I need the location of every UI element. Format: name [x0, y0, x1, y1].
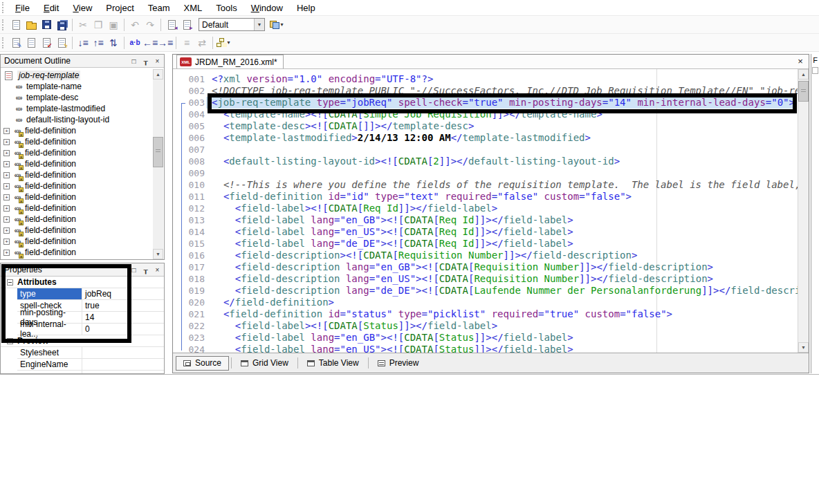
expander-plus-icon[interactable]: + [3, 239, 10, 245]
outline-item-field-definition[interactable]: +«»afield-definition [3, 147, 76, 158]
code-text[interactable]: <field-label lang="en_GB"><![CDATA[Req I… [205, 214, 573, 225]
outline-item-field-definition[interactable]: +«»afield-definition [3, 180, 76, 192]
outline-item-field-definition[interactable]: +«»afield-definition [3, 247, 76, 258]
section-header-preview[interactable]: Preview [1, 335, 164, 346]
previous-editor-icon[interactable]: ◂ [164, 18, 179, 32]
outline-item-field-definition[interactable]: +«»afield-definition [3, 236, 76, 247]
property-value[interactable] [82, 347, 164, 358]
property-value[interactable]: 14 [82, 312, 164, 323]
code-text[interactable]: <?xml version="1.0" encoding="UTF-8"?> [205, 73, 433, 84]
outline-scrollbar[interactable]: ▲ ▼ [153, 69, 163, 259]
property-row-min-internal-lea[interactable]: min-internal-lea...0 [17, 324, 164, 335]
scroll-up-icon[interactable]: ▲ [798, 69, 809, 80]
outline-item-default-listing-layout-id[interactable]: «»default-listing-layout-id [13, 114, 109, 125]
code-line-015[interactable]: 015 <field-label lang="de_DE"><![CDATA[R… [173, 238, 798, 250]
code-line-006[interactable]: 006 <template-lastmodified>2/14/13 12:00… [173, 132, 798, 144]
shift-left-icon[interactable]: ←≡ [142, 36, 158, 50]
editor-tab[interactable]: XML JRDM_RM_2016.xml* [176, 55, 284, 68]
code-text[interactable]: <field-label lang="de_DE"><![CDATA[Req I… [205, 238, 573, 249]
new-xml-wizard-icon[interactable]: ▾ [216, 36, 231, 50]
close-icon[interactable]: × [795, 56, 806, 66]
menu-tools[interactable]: Tools [209, 1, 243, 15]
document-outline-titlebar[interactable]: Document Outline □ ┰ × [1, 55, 164, 68]
collapse-icon[interactable] [7, 279, 13, 286]
property-name[interactable]: EngineName [17, 359, 82, 370]
next-editor-icon[interactable]: ▸ [179, 18, 194, 32]
outline-item-field-definition[interactable]: +«»afield-definition [3, 203, 76, 214]
code-text[interactable]: <field-label><![CDATA[Status]]></field-l… [205, 320, 497, 331]
code-text[interactable]: <field-label lang="en_US"><![CDATA[Statu… [205, 344, 573, 353]
outline-item-field-definition[interactable]: +«»afield-definition [3, 225, 76, 236]
new-document-icon[interactable] [8, 18, 24, 32]
property-row-stylesheet[interactable]: Stylesheet [17, 347, 164, 359]
expander-plus-icon[interactable]: + [3, 205, 10, 212]
code-text[interactable]: <field-description><![CDATA[Requisition … [205, 250, 637, 261]
expander-plus-icon[interactable]: + [3, 250, 10, 256]
cut-icon[interactable]: ✂ [75, 18, 91, 32]
outline-item-template-lastmodified[interactable]: «»template-lastmodified [13, 103, 105, 114]
property-value[interactable]: jobReq [82, 288, 164, 299]
code-line-024[interactable]: 024 <field-label lang="en_US"><![CDATA[S… [173, 344, 798, 353]
expander-plus-icon[interactable]: + [3, 161, 10, 167]
code-line-013[interactable]: 013 <field-label lang="en_GB"><![CDATA[R… [173, 214, 798, 226]
code-text[interactable]: <field-definition id="id" type="text" re… [205, 191, 632, 202]
outline-item-field-definition[interactable]: +«»afield-definition [3, 192, 76, 203]
redo-icon[interactable]: ↷ [142, 18, 158, 32]
section-header-attributes[interactable]: Attributes [1, 277, 164, 288]
undo-icon[interactable]: ↶ [127, 18, 142, 32]
pin-icon[interactable]: ┰ [140, 265, 151, 275]
property-value[interactable]: 0 [82, 324, 164, 335]
close-icon[interactable]: × [152, 265, 163, 275]
close-icon[interactable]: × [152, 56, 163, 66]
code-text[interactable]: <template-lastmodified>2/14/13 12:00 AM<… [205, 132, 591, 143]
code-line-019[interactable]: 019 <field-description lang="de_DE"><![C… [173, 285, 798, 297]
properties-titlebar[interactable]: Properties □ ┰ × [1, 263, 164, 277]
outline-tree[interactable]: job-req-template«»template-name«»templat… [1, 68, 164, 259]
code-line-023[interactable]: 023 <field-label lang="en_GB"><![CDATA[S… [173, 332, 798, 344]
code-line-018[interactable]: 018 <field-description lang="en_US"><![C… [173, 273, 798, 285]
code-line-004[interactable]: 004 <template-name><![CDATA[Simple Job R… [173, 109, 798, 120]
property-value[interactable] [82, 359, 164, 370]
collapsed-panel-strip[interactable]: F [811, 54, 819, 373]
code-line-008[interactable]: 008 <default-listing-layout-id><![CDATA[… [173, 156, 798, 167]
code-text[interactable] [205, 144, 212, 155]
open-folder-icon[interactable] [24, 18, 39, 32]
menu-project[interactable]: Project [99, 1, 140, 15]
code-line-016[interactable]: 016 <field-description><![CDATA[Requisit… [173, 250, 798, 261]
dropdown-arrow-icon[interactable]: ▾ [227, 39, 230, 46]
code-line-010[interactable]: 010 <!--This is where you define the fie… [173, 179, 798, 191]
sort-descending-icon[interactable]: ↓≡ [75, 36, 91, 50]
code-line-022[interactable]: 022 <field-label><![CDATA[Status]]></fie… [173, 320, 798, 332]
expander-plus-icon[interactable]: + [3, 172, 10, 178]
outline-item-field-definition[interactable]: +«»afield-definition [3, 169, 76, 180]
code-line-001[interactable]: 001<?xml version="1.0" encoding="UTF-8"?… [173, 73, 798, 85]
scroll-down-icon[interactable]: ▼ [798, 342, 809, 353]
code-text[interactable]: <default-listing-layout-id><![CDATA[2]]>… [205, 156, 620, 167]
toolbar-grip[interactable] [2, 19, 6, 30]
code-line-017[interactable]: 017 <field-description lang="en_GB"><![C… [173, 261, 798, 273]
menu-help[interactable]: Help [290, 1, 322, 15]
expander-plus-icon[interactable]: + [3, 139, 10, 145]
check-document-icon[interactable]: ✔ [39, 36, 54, 50]
expander-plus-icon[interactable]: + [3, 128, 10, 134]
code-text[interactable]: <template-name><![CDATA[Simple Job Requi… [205, 109, 602, 120]
style-combo[interactable]: Default▼ [199, 18, 265, 31]
code-text[interactable]: <field-definition id="status" type="pick… [205, 308, 672, 319]
dropdown-arrow-icon[interactable]: ▾ [280, 21, 283, 28]
paste-icon[interactable]: ▣ [106, 18, 121, 32]
code-line-021[interactable]: 021 <field-definition id="status" type="… [173, 308, 798, 320]
maximize-icon[interactable]: □ [129, 265, 139, 275]
code-line-012[interactable]: 012 <field-label><![CDATA[Req Id]]></fie… [173, 203, 798, 214]
sort-ascending-icon[interactable]: ↑≡ [91, 36, 106, 50]
code-text[interactable]: <!DOCTYPE job-req-template PUBLIC "-//Su… [205, 85, 798, 96]
property-name[interactable]: min-internal-lea... [17, 324, 82, 335]
code-text[interactable]: </field-definition> [205, 297, 334, 308]
toolbar-grip[interactable] [2, 37, 6, 48]
outline-item-template-desc[interactable]: «»template-desc [13, 92, 78, 103]
outline-item-field-definition[interactable]: +«»afield-definition [3, 125, 76, 136]
view-tab-preview[interactable]: Preview [371, 356, 426, 371]
copy-icon[interactable]: ❐ [91, 18, 106, 32]
property-value[interactable]: true [82, 300, 164, 311]
toolbar-grip[interactable] [2, 2, 6, 13]
menu-team[interactable]: Team [141, 1, 177, 15]
